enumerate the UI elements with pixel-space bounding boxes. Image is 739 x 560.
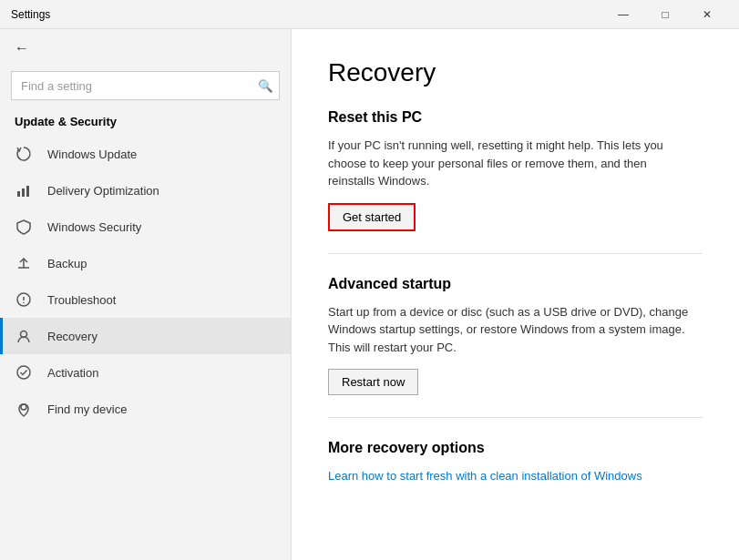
clean-install-link[interactable]: Learn how to start fresh with a clean in… (328, 469, 642, 483)
app-title: Settings (11, 8, 602, 21)
advanced-startup-section: Advanced startup Start up from a device … (328, 276, 703, 396)
search-input[interactable] (11, 71, 280, 100)
svg-point-9 (17, 366, 30, 379)
advanced-startup-title: Advanced startup (328, 276, 703, 292)
back-button[interactable]: ← (0, 29, 291, 67)
troubleshoot-label: Troubleshoot (47, 293, 116, 307)
windows-security-label: Windows Security (47, 220, 141, 234)
recovery-label: Recovery (47, 330, 98, 343)
sidebar-item-windows-update[interactable]: Windows Update (0, 136, 291, 172)
section-label: Update & Security (0, 111, 291, 136)
svg-point-7 (23, 302, 25, 304)
divider-1 (328, 253, 703, 254)
find-my-device-label: Find my device (47, 402, 127, 416)
delivery-optimization-icon (15, 181, 33, 199)
sidebar-item-activation[interactable]: Activation (0, 354, 291, 391)
activation-icon (15, 363, 33, 382)
sidebar: ← 🔍 Update & Security Windows Update (0, 29, 292, 560)
svg-rect-1 (22, 188, 25, 197)
activation-label: Activation (47, 366, 98, 380)
close-button[interactable]: ✕ (686, 0, 728, 29)
sidebar-item-troubleshoot[interactable]: Troubleshoot (0, 281, 291, 318)
divider-2 (328, 417, 703, 418)
main-content: Recovery Reset this PC If your PC isn't … (292, 29, 739, 560)
minimize-button[interactable]: — (602, 0, 644, 29)
back-icon: ← (15, 40, 29, 56)
svg-rect-2 (26, 186, 29, 197)
window-controls: — □ ✕ (602, 0, 728, 29)
sidebar-item-delivery-optimization[interactable]: Delivery Optimization (0, 172, 291, 209)
troubleshoot-icon (15, 290, 33, 309)
delivery-optimization-label: Delivery Optimization (47, 184, 159, 198)
svg-rect-0 (17, 191, 20, 197)
search-button[interactable]: 🔍 (251, 71, 280, 100)
titlebar: Settings — □ ✕ (0, 0, 739, 29)
main-window: ← 🔍 Update & Security Windows Update (0, 29, 739, 560)
sidebar-item-backup[interactable]: Backup (0, 245, 291, 281)
more-options-title: More recovery options (328, 440, 703, 456)
sidebar-item-find-my-device[interactable]: Find my device (0, 391, 291, 427)
maximize-button[interactable]: □ (644, 0, 686, 29)
windows-update-label: Windows Update (47, 148, 137, 161)
get-started-button[interactable]: Get started (328, 203, 416, 231)
backup-icon (15, 254, 33, 272)
advanced-startup-description: Start up from a device or disc (such as … (328, 303, 693, 357)
search-icon: 🔍 (258, 79, 273, 93)
reset-pc-section: Reset this PC If your PC isn't running w… (328, 109, 703, 231)
sidebar-item-windows-security[interactable]: Windows Security (0, 209, 291, 245)
more-recovery-options-section: More recovery options Learn how to start… (328, 440, 703, 484)
reset-pc-description: If your PC isn't running well, resetting… (328, 137, 693, 190)
find-my-device-icon (15, 400, 33, 418)
search-box: 🔍 (11, 71, 280, 100)
windows-security-icon (15, 218, 33, 236)
page-title: Recovery (328, 58, 703, 87)
backup-label: Backup (47, 257, 87, 270)
sidebar-item-recovery[interactable]: Recovery (0, 318, 291, 354)
windows-update-icon (15, 145, 33, 163)
reset-pc-title: Reset this PC (328, 109, 703, 126)
recovery-icon (15, 327, 33, 345)
restart-now-button[interactable]: Restart now (328, 369, 418, 395)
